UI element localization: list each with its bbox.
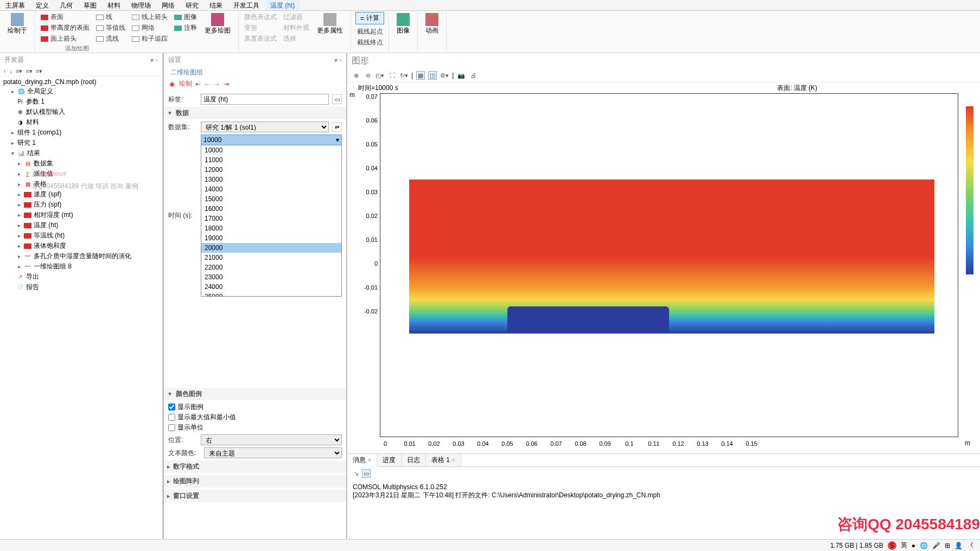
tree-derived[interactable]: ▸∑派生值 (1, 169, 161, 179)
time-dropdown[interactable]: 1000011000120001300014000150001600017000… (201, 145, 342, 297)
tree-tables[interactable]: ▸▦表格 (1, 179, 161, 189)
menu-result[interactable]: 结果 (204, 0, 228, 10)
section-fmt[interactable]: ▸数字格式 (164, 460, 346, 473)
time-option[interactable]: 21000 (201, 253, 341, 262)
rb-image[interactable]: 图像 (173, 12, 198, 22)
tree-globaldef[interactable]: ▸🌐全局定义 (1, 86, 161, 97)
msg-icon2[interactable]: ▭ (362, 469, 371, 478)
rb-cutend[interactable]: 截线终点 (356, 37, 384, 48)
tree-pressure[interactable]: ▸压力 (spf) (1, 200, 161, 210)
snapshot-icon[interactable]: 📷 (457, 71, 466, 80)
panel-dropdown-icon[interactable]: ▾ ▫ (150, 56, 158, 64)
rb-cutstart[interactable]: 截线起点 (356, 27, 384, 37)
tb-list3[interactable]: ≡▾ (36, 68, 42, 75)
time-option[interactable]: 17000 (201, 214, 341, 223)
rb-stream[interactable]: 流线 (95, 34, 126, 44)
time-option[interactable]: 16000 (201, 204, 341, 214)
tb-list2[interactable]: ≡▾ (26, 68, 32, 75)
label-btn-icon[interactable]: ▭ (332, 94, 342, 104)
rb-arrow-line[interactable]: 线上箭头 (131, 12, 169, 22)
time-option[interactable]: 19000 (201, 233, 341, 243)
tree-export[interactable]: ↗导出 (1, 272, 161, 282)
time-option[interactable]: 10000 (201, 145, 341, 155)
pos-select[interactable]: 右 (201, 434, 342, 445)
view-mode1-icon[interactable]: ▦ (416, 71, 425, 80)
rb-height-surf[interactable]: 带高度的表面 (40, 23, 91, 33)
nav-prev-icon[interactable]: ← (204, 80, 211, 88)
tree-1dplot8[interactable]: ▸〰一维绘图组 8 (1, 261, 161, 272)
rotate-icon[interactable]: ↻▾ (399, 71, 408, 80)
cb-minmax[interactable] (168, 414, 175, 421)
tree-study1[interactable]: ▸研究 1 (1, 138, 161, 148)
menu-home[interactable]: 主屏幕 (0, 0, 30, 10)
time-option[interactable]: 14000 (201, 184, 341, 194)
menu-mat[interactable]: 材料 (102, 0, 126, 10)
section-arr[interactable]: ▸绘图阵列 (164, 475, 346, 488)
more-attr-button[interactable]: 更多属性 (314, 12, 346, 36)
rb-surface[interactable]: 表面 (40, 12, 91, 22)
tree-temp[interactable]: ▸温度 (ht) (1, 220, 161, 230)
rb-mesh[interactable]: 网络 (131, 23, 169, 33)
time-option[interactable]: 20000 (201, 243, 341, 253)
tree-evolution[interactable]: ▸〰多孔介质中湿度含量随时间的演化 (1, 251, 161, 261)
cb-unit[interactable] (168, 424, 175, 431)
plot-canvas[interactable]: 时间=10000 s 表面: 温度 (K) m 0.070.060.050.04… (347, 82, 980, 453)
time-option[interactable]: 18000 (201, 223, 341, 233)
tree-materials[interactable]: ◑材料 (1, 117, 161, 127)
anim-button[interactable]: 动画 (422, 12, 442, 36)
settings-gear-icon[interactable]: ⚙▾ (440, 71, 449, 80)
time-option[interactable]: 15000 (201, 194, 341, 204)
time-option[interactable]: 13000 (201, 175, 341, 184)
rb-particle[interactable]: 粒子追踪 (131, 34, 169, 44)
section-data[interactable]: ▼数据 (164, 107, 346, 119)
cb-show-legend[interactable] (168, 403, 175, 411)
msg-icon1[interactable]: ↘ (352, 469, 360, 478)
tree-report[interactable]: 📄报告 (1, 282, 161, 292)
tree-modelinput[interactable]: ⊕默认模型输入 (1, 107, 161, 117)
label-input[interactable] (201, 94, 329, 105)
time-option[interactable]: 12000 (201, 165, 341, 175)
print-icon[interactable]: 🖨 (469, 71, 478, 80)
menu-def[interactable]: 定义 (30, 0, 54, 10)
menu-sketch[interactable]: 草图 (78, 0, 102, 10)
tab-progress[interactable]: 进度 (377, 454, 402, 466)
tab-log[interactable]: 日志 (402, 454, 426, 466)
tree-comp1[interactable]: ▸组件 1 (comp1) (1, 127, 161, 138)
section-legend[interactable]: ▼颜色图例 (164, 388, 346, 400)
time-option[interactable]: 22000 (201, 262, 341, 272)
zoom-out-icon[interactable]: ⊖ (364, 71, 372, 80)
settings-menu-icon[interactable]: ▾ ▫ (334, 56, 342, 64)
rb-line[interactable]: 线 (95, 12, 126, 22)
tb-down[interactable]: ↓ (10, 68, 13, 75)
tree-humidity[interactable]: ▸相对湿度 (mt) (1, 210, 161, 220)
dataset-select[interactable]: 研究 1/解 1 (sol1) (201, 121, 329, 132)
nav-last-icon[interactable]: ⇥ (224, 80, 229, 88)
nav-next-icon[interactable]: → (214, 80, 220, 88)
textcolor-select[interactable]: 来自主题 (204, 447, 342, 458)
tree-isotherm[interactable]: ▸等温线 (ht) (1, 230, 161, 241)
rb-annot[interactable]: 注释 (173, 23, 198, 33)
rb-arrow-surf[interactable]: 面上箭头 (40, 34, 91, 44)
menu-phys[interactable]: 物理场 (126, 0, 156, 10)
tree-datasets[interactable]: ▸▤数据集 (1, 158, 161, 169)
zoom-in-icon[interactable]: ⊕ (352, 71, 360, 80)
image-button[interactable]: 图像 (393, 12, 413, 36)
menu-mesh[interactable]: 网络 (156, 0, 180, 10)
time-option[interactable]: 11000 (201, 155, 341, 165)
tree-root[interactable]: potato_drying.zh_CN.mph (root) (1, 78, 161, 86)
menu-geom[interactable]: 几何 (54, 0, 78, 10)
menu-temp[interactable]: 温度 (ht) (265, 0, 300, 10)
time-select[interactable]: 10000▾ (201, 134, 342, 145)
view-mode2-icon[interactable]: ◫ (428, 71, 437, 80)
tb-up[interactable]: ↑ (3, 68, 7, 75)
menu-study[interactable]: 研究 (180, 0, 204, 10)
tree-velocity[interactable]: ▸速度 (spf) (1, 189, 161, 200)
more-plot-button[interactable]: 更多绘图 (201, 12, 234, 36)
dataset-link-icon[interactable]: ⇄ (332, 122, 342, 132)
tree-results[interactable]: ▾📊结果 (1, 148, 161, 158)
tb-list1[interactable]: ≡▾ (16, 68, 22, 75)
tab-messages[interactable]: 消息× (347, 454, 377, 467)
menu-dev[interactable]: 开发工具 (228, 0, 265, 10)
zoom-extents-icon[interactable]: ⛶ (387, 71, 396, 80)
plot-on-button[interactable]: 绘制于 (4, 12, 30, 36)
